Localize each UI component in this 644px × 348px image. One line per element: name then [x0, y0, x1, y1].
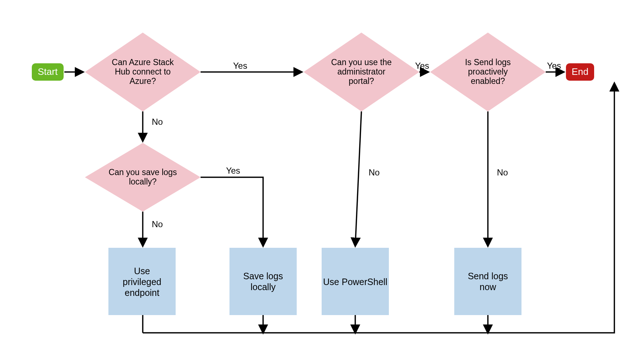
svg-text:Use: Use: [134, 266, 150, 276]
process-send-now: Send logs now: [454, 248, 521, 315]
edge-d2-no: [355, 111, 361, 246]
flowchart: Start End Can Azure Stack Hub connect to…: [0, 0, 644, 348]
svg-text:Save logs: Save logs: [243, 271, 283, 281]
end-label: End: [572, 66, 588, 77]
svg-text:endpoint: endpoint: [125, 288, 159, 298]
svg-text:privileged: privileged: [123, 277, 161, 287]
svg-text:now: now: [480, 282, 497, 292]
svg-text:proactively: proactively: [468, 67, 508, 76]
label-d2-yes: Yes: [415, 61, 429, 71]
svg-text:Can Azure Stack: Can Azure Stack: [112, 58, 174, 67]
label-d1-no: No: [152, 117, 163, 127]
svg-rect-21: [229, 248, 297, 315]
svg-text:Can you use the: Can you use the: [331, 58, 392, 67]
label-d3-no: No: [497, 167, 508, 177]
svg-text:Hub connect to: Hub connect to: [115, 67, 171, 76]
svg-text:administrator: administrator: [338, 67, 386, 76]
start-label: Start: [38, 66, 58, 77]
svg-text:portal?: portal?: [349, 76, 374, 86]
svg-text:Can you save logs: Can you save logs: [108, 167, 177, 177]
svg-text:locally: locally: [250, 282, 276, 292]
terminal-start: Start: [32, 63, 64, 81]
label-d3-yes: Yes: [547, 61, 561, 71]
process-save-locally: Save logs locally: [229, 248, 297, 315]
edge-d4-yes: [201, 177, 263, 246]
decision-send-proactive: Is Send logs proactively enabled?: [430, 33, 546, 111]
label-d4-yes: Yes: [226, 166, 240, 175]
svg-text:enabled?: enabled?: [471, 76, 505, 86]
label-d2-no: No: [369, 167, 380, 177]
label-d1-yes: Yes: [233, 61, 247, 71]
svg-text:Azure?: Azure?: [130, 76, 156, 86]
svg-text:locally?: locally?: [129, 177, 157, 186]
svg-text:Use PowerShell: Use PowerShell: [323, 277, 387, 287]
decision-admin-portal: Can you use the administrator portal?: [304, 33, 419, 111]
label-d4-no: No: [152, 219, 163, 229]
decision-connect-azure: Can Azure Stack Hub connect to Azure?: [85, 33, 201, 111]
process-privileged-endpoint: Use privileged endpoint: [108, 248, 176, 315]
decision-save-locally: Can you save logs locally?: [85, 143, 201, 212]
process-powershell: Use PowerShell: [322, 248, 389, 315]
svg-text:Send logs: Send logs: [468, 271, 508, 281]
svg-rect-26: [454, 248, 521, 315]
svg-text:Is Send logs: Is Send logs: [465, 58, 511, 67]
terminal-end: End: [566, 63, 594, 81]
